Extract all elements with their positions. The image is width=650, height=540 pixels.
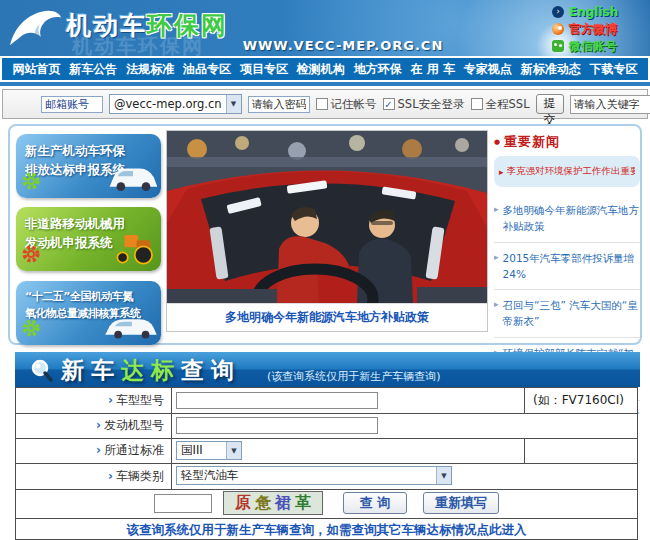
engine-model-input[interactable] [176,417,378,434]
standard-select[interactable]: 国III ▼ [176,441,242,460]
vehicle-category-label: ›车辆类别 [16,463,164,489]
site-url: WWW.VECC-MEP.ORG.CN [228,38,458,53]
remember-account-label: 记住帐号 [331,97,377,112]
vehicle-category-select[interactable]: 轻型汽油车 ▼ [176,466,452,485]
english-label: English [569,5,618,19]
full-ssl-label: 全程SSL [486,97,530,112]
red-dot-icon: ● [494,138,500,146]
news-item-text: 多地明确今年新能源汽车地方补贴政策 [503,202,640,235]
engine-model-label: ›发动机型号 [16,413,164,438]
vehicle-category-value: 轻型汽油车 [177,468,436,483]
banner-nox-reduction-accounting-system[interactable]: “十二五”全国机动车氮氧化物总量减排核算系统 [16,281,161,345]
nav-item-home[interactable]: 网站首页 [12,61,60,78]
email-domain-select[interactable]: @vecc-mep.org.cn ▼ [109,94,242,114]
weibo-icon [552,23,564,35]
email-account-input[interactable] [41,96,103,113]
login-bar: @vecc-mep.org.cn ▼ 记住帐号 ✓ SSL安全登录 全程SSL … [2,89,648,119]
label-arrow-icon: › [108,393,113,407]
car-icon [107,164,159,196]
captcha-char: 革 [295,493,311,514]
nav-item-regulations[interactable]: 法规标准 [126,61,174,78]
search-icon [29,358,55,388]
banner-new-vehicle-declaration-system[interactable]: 新生产机动车环保排放达标申报系统 [16,134,161,198]
checkmark-icon: ✓ [384,99,392,110]
tractor-icon [107,231,159,269]
carousel-caption[interactable]: 多地明确今年新能源汽车地方补贴政策 [167,303,487,331]
nav-item-project-zone[interactable]: 项目专区 [240,61,288,78]
captcha-char: 裙 [275,493,291,514]
chevron-down-icon: ▼ [436,467,451,484]
news-item-text: 2015年汽车零部件投诉量增24% [503,250,640,283]
bullet-arrow-icon: ▸ [499,167,504,177]
other-vehicle-query-link[interactable]: 该查询系统仅用于新生产车辆查询，如需查询其它车辆达标情况点此进入 [16,519,637,540]
main-nav: 网站首页 新车公告 法规标准 油品专区 项目专区 检测机构 地方环保 在 用 车… [0,56,650,82]
news-item-text: 召回与“三包” 汽车大国的“皇帝新衣” [503,297,640,330]
chevron-down-icon: ▼ [226,442,241,459]
full-ssl-option[interactable]: 全程SSL [471,97,530,112]
nav-item-fuel-zone[interactable]: 油品专区 [183,61,231,78]
table-divider [524,438,525,463]
captcha-image[interactable]: 原 惫 裙 革 [223,491,323,515]
query-form-table: ›车型型号 (如：FV7160CI) ›发动机型号 ›所通过标准 国III ▼ … [15,387,638,540]
ssl-login-checkbox[interactable]: ✓ [383,98,395,110]
bullet-arrow-icon: ▸ [494,250,499,283]
query-form-header: 新车达标查询 (该查询系统仅用于新生产车辆查询) [15,352,640,387]
nav-item-new-car-announcements[interactable]: 新车公告 [69,61,117,78]
keyword-search-input[interactable] [570,95,650,114]
email-domain-value: @vecc-mep.org.cn [110,97,226,111]
news-item[interactable]: ▸ 2015年汽车零部件投诉量增24% [494,243,640,291]
nav-item-expert-views[interactable]: 专家视点 [464,61,512,78]
login-submit-button[interactable]: 提交 [536,94,564,114]
news-item[interactable]: ▸ 召回与“三包” 汽车大国的“皇帝新衣” [494,290,640,338]
weibo-link[interactable]: 官方微博 [552,21,647,37]
wechat-link[interactable]: 微信账号 [552,38,647,54]
nav-item-testing-agencies[interactable]: 检测机构 [297,61,345,78]
remember-account-checkbox[interactable] [316,98,328,110]
featured-news-item[interactable]: ▸ 李克强对环境保护工作作出重要批示 [494,156,640,187]
news-carousel[interactable]: 多地明确今年新能源汽车地方补贴政策 [166,130,488,332]
news-header: ● 重要新闻 [494,133,640,151]
table-divider [16,489,637,490]
ssl-login-label: SSL安全登录 [398,97,465,112]
nav-item-downloads[interactable]: 下载专区 [590,61,638,78]
nav-item-in-use-vehicles[interactable]: 在 用 车 [411,61,455,78]
site-header: 机动车环保网 机动车环保网 WWW.VECC-MEP.ORG.CN › Engl… [0,0,650,56]
full-ssl-checkbox[interactable] [471,98,483,110]
english-link[interactable]: › English [552,4,647,20]
bird-logo-icon [6,4,64,52]
banner-nonroad-engine-declaration-system[interactable]: 非道路移动机械用发动机申报系统 [16,207,161,271]
vehicle-model-label: ›车型型号 [16,388,164,413]
standard-select-value: 国III [177,443,226,458]
query-form-title: 新车达标查询 [61,355,241,386]
bullet-arrow-icon: ▸ [494,202,499,235]
captcha-char: 惫 [255,493,271,514]
reset-button[interactable]: 重新填写 [423,492,499,514]
vehicle-model-hint: (如：FV7160CI) [525,388,637,413]
captcha-input[interactable] [154,494,212,513]
ssl-login-option[interactable]: ✓ SSL安全登录 [383,97,465,112]
globe-icon: › [552,6,564,18]
featured-news-text: 李克强对环境保护工作作出重要批示 [507,165,635,178]
car-icon [103,315,159,343]
wechat-icon [552,40,564,52]
vehicle-model-input[interactable] [176,392,378,409]
news-header-title: 重要新闻 [504,133,560,151]
main-content-panel: 新生产机动车环保排放达标申报系统 非道路移动机械用发动机申报系统 “十二五”全国… [8,124,642,345]
nav-under-strip [0,82,650,86]
query-button[interactable]: 查 询 [343,492,407,514]
header-links: › English 官方微博 微信账号 [552,4,647,55]
label-arrow-icon: › [108,469,113,483]
weibo-label: 官方微博 [569,21,617,38]
password-input[interactable] [248,96,310,113]
remember-account-option[interactable]: 记住帐号 [316,97,377,112]
nav-item-local-epa[interactable]: 地方环保 [354,61,402,78]
news-item[interactable]: ▸ 多地明确今年新能源汽车地方补贴政策 [494,195,640,243]
gear-icon [21,318,41,342]
label-arrow-icon: › [96,418,101,432]
label-arrow-icon: › [96,443,101,457]
nav-item-new-standards[interactable]: 新标准动态 [521,61,581,78]
site-logo[interactable] [6,4,64,56]
bullet-arrow-icon: ▸ [494,297,499,330]
standard-label: ›所通过标准 [16,438,164,463]
table-divider [171,388,172,489]
